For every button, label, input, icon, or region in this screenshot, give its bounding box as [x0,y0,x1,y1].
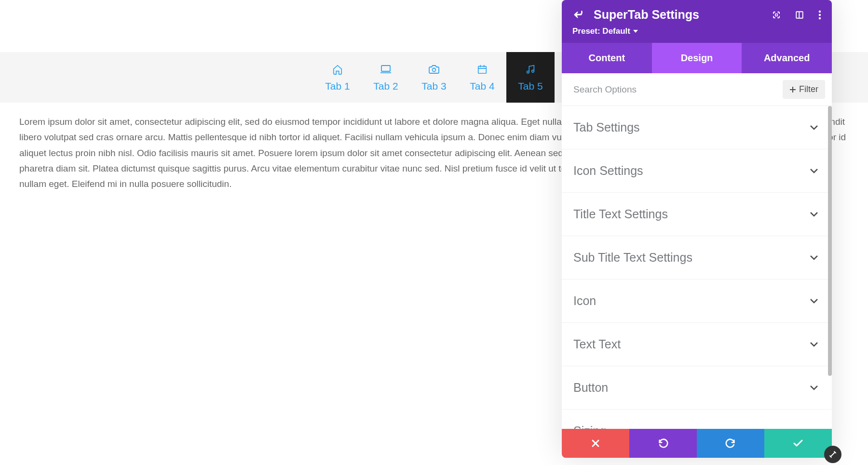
confirm-button[interactable] [764,429,832,458]
calendar-icon [477,63,488,76]
chevron-down-icon [810,255,818,260]
tab-label: Tab 5 [518,80,542,92]
svg-rect-2 [478,66,487,73]
tab-item-2[interactable]: Tab 2 [362,52,410,103]
expand-icon[interactable] [772,11,781,19]
section-title: Sizing [573,424,606,429]
preset-selector[interactable]: Preset: Default [572,27,821,36]
laptop-icon [380,63,392,76]
chevron-down-icon [810,168,818,173]
sections-scroll-area: Tab Settings Icon Settings Title Text Se… [562,106,832,429]
section-title: Title Text Settings [573,207,668,221]
section-title: Icon [573,294,596,308]
more-vertical-icon[interactable] [818,10,821,20]
scrollbar-track[interactable] [828,106,832,376]
tab-label: Tab 1 [325,80,350,92]
section-title: Text Text [573,337,621,351]
section-tab-settings[interactable]: Tab Settings [562,106,832,149]
resize-handle[interactable] [824,446,841,463]
tab-label: Tab 3 [421,80,446,92]
section-text-text[interactable]: Text Text [562,323,832,366]
svg-point-9 [819,17,821,19]
filter-label: Filter [799,84,818,94]
tab-label: Tab 2 [373,80,398,92]
home-icon [332,63,343,76]
tab-item-3[interactable]: Tab 3 [410,52,458,103]
preset-label: Preset: Default [572,27,630,36]
tab-item-1[interactable]: Tab 1 [313,52,362,103]
search-filter-row: Filter [562,73,832,106]
chevron-down-icon [810,385,818,390]
panel-footer [562,429,832,458]
svg-point-4 [532,70,534,72]
redo-button[interactable] [697,429,764,458]
section-icon-settings[interactable]: Icon Settings [562,149,832,193]
svg-point-1 [433,68,436,71]
panel-tab-content[interactable]: Content [562,43,652,73]
section-title: Sub Title Text Settings [573,251,692,265]
svg-point-8 [819,13,821,15]
chevron-down-icon [810,125,818,130]
undo-button[interactable] [629,429,697,458]
chevron-down-icon [810,212,818,217]
plus-icon [789,86,796,93]
section-sizing[interactable]: Sizing [562,410,832,429]
chevron-down-icon [810,428,818,429]
caret-down-icon [633,30,638,33]
panel-tabs: Content Design Advanced [562,43,832,73]
filter-button[interactable]: Filter [783,80,825,99]
camera-icon [428,63,440,76]
panel-title: SuperTab Settings [594,8,772,22]
tab-label: Tab 4 [470,80,494,92]
columns-icon[interactable] [795,11,804,19]
tab-item-5-active[interactable]: Tab 5 [506,52,555,103]
section-title-text-settings[interactable]: Title Text Settings [562,193,832,236]
music-icon [525,63,536,76]
section-subtitle-text-settings[interactable]: Sub Title Text Settings [562,236,832,279]
svg-rect-0 [381,66,390,71]
section-title: Tab Settings [573,120,640,134]
settings-panel: SuperTab Settings Preset: Default Conten… [562,0,832,458]
cancel-button[interactable] [562,429,629,458]
svg-rect-5 [775,13,778,16]
section-icon[interactable]: Icon [562,279,832,323]
section-title: Button [573,381,608,395]
search-input[interactable] [573,84,783,95]
section-button[interactable]: Button [562,366,832,410]
svg-point-7 [819,10,821,12]
svg-point-3 [527,71,529,73]
panel-tab-design[interactable]: Design [652,43,742,73]
section-title: Icon Settings [573,164,643,178]
chevron-down-icon [810,342,818,347]
panel-header: SuperTab Settings Preset: Default [562,0,832,43]
panel-tab-advanced[interactable]: Advanced [742,43,832,73]
tab-item-4[interactable]: Tab 4 [458,52,506,103]
back-arrow-icon[interactable] [572,10,585,20]
chevron-down-icon [810,298,818,304]
